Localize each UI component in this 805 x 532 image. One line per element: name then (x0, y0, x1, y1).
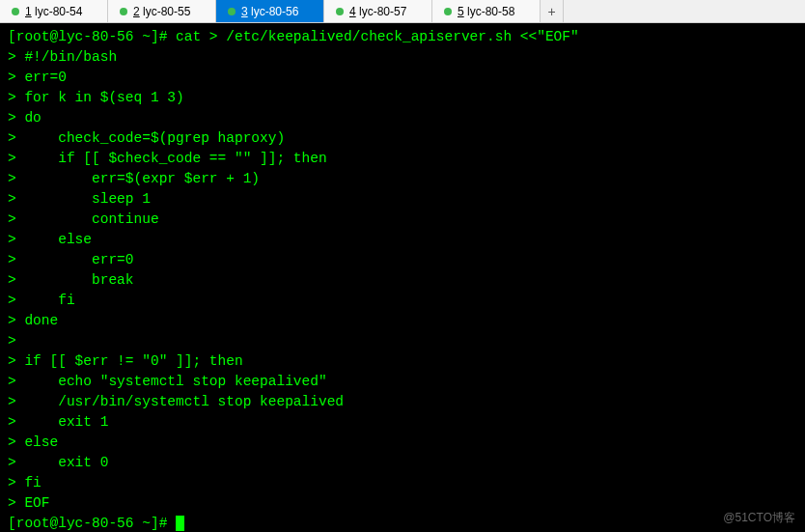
tab-label: 3 lyc-80-56 (241, 5, 298, 18)
terminal-line: > sleep 1 (8, 191, 151, 207)
terminal-line: > fi (8, 475, 42, 490)
terminal-line: > EOF (8, 495, 50, 511)
terminal-line: > /usr/bin/systemctl stop keepalived (8, 394, 344, 409)
terminal-line: > break (8, 272, 134, 288)
add-tab-button[interactable]: + (541, 0, 564, 22)
terminal-line: > err=0 (8, 70, 67, 85)
tab-label: 5 lyc-80-58 (458, 5, 514, 18)
tab-3[interactable]: 3 lyc-80-56 (216, 0, 324, 22)
tab-label: 4 lyc-80-57 (349, 5, 406, 18)
terminal-line: > do (8, 110, 42, 126)
tab-bar: 1 lyc-80-54 2 lyc-80-55 3 lyc-80-56 4 ly… (0, 0, 805, 23)
terminal-line: > #!/bin/bash (8, 49, 117, 65)
cursor-icon (176, 516, 184, 531)
terminal-line: > if [[ $check_code == "" ]]; then (8, 151, 327, 166)
shell-prompt: [root@lyc-80-56 ~]# (8, 29, 176, 44)
terminal-line: > err=$(expr $err + 1) (8, 171, 260, 186)
tab-5[interactable]: 5 lyc-80-58 (432, 0, 541, 22)
watermark: @51CTO博客 (723, 510, 795, 526)
terminal-line: > else (8, 232, 92, 247)
status-dot-icon (120, 8, 127, 15)
terminal-line: > echo "systemctl stop keepalived" (8, 374, 327, 389)
tab-label: 1 lyc-80-54 (25, 5, 82, 18)
terminal-line: > fi (8, 293, 75, 308)
terminal-line: > done (8, 313, 58, 328)
terminal-line: > exit 0 (8, 455, 108, 470)
terminal-line: > for k in $(seq 1 3) (8, 90, 184, 105)
status-dot-icon (228, 8, 236, 15)
shell-command: cat > /etc/keepalived/check_apiserver.sh… (176, 29, 579, 44)
terminal-line: > (8, 333, 24, 349)
tab-1[interactable]: 1 lyc-80-54 (0, 0, 108, 22)
status-dot-icon (444, 8, 452, 15)
terminal[interactable]: [root@lyc-80-56 ~]# cat > /etc/keepalive… (0, 23, 805, 532)
terminal-line: > continue (8, 211, 159, 227)
tab-label: 2 lyc-80-55 (133, 5, 190, 18)
status-dot-icon (336, 8, 344, 15)
terminal-line: > exit 1 (8, 414, 108, 430)
terminal-line: > else (8, 434, 58, 450)
tab-2[interactable]: 2 lyc-80-55 (108, 0, 216, 22)
shell-prompt: [root@lyc-80-56 ~]# (8, 516, 176, 531)
status-dot-icon (12, 8, 19, 15)
tab-4[interactable]: 4 lyc-80-57 (324, 0, 432, 22)
terminal-line: > if [[ $err != "0" ]]; then (8, 353, 243, 369)
terminal-line: > check_code=$(pgrep haproxy) (8, 130, 285, 146)
terminal-line: > err=0 (8, 252, 134, 267)
